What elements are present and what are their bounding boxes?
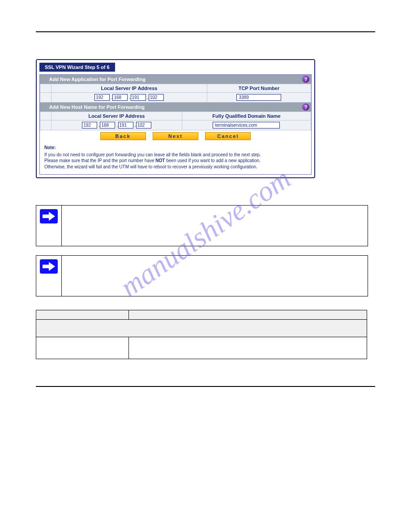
settings-cell-2 (128, 337, 367, 359)
tab-bar: SSL VPN Wizard Step 5 of 6 (37, 60, 314, 72)
ip-octet-4b[interactable] (136, 122, 151, 129)
settings-table (36, 310, 367, 359)
tcp-port-input[interactable] (236, 94, 281, 101)
section-header-app: Add New Application for Port Forwarding … (40, 75, 311, 84)
grid-stub (40, 84, 51, 93)
ip-octet-4[interactable] (149, 94, 164, 101)
wizard-note: Note: If you do not need to configure po… (40, 142, 311, 174)
grid-stub (40, 93, 51, 103)
button-row: Back Next Cancel (40, 130, 311, 142)
note-line-2a: Please make sure that the IP and the por… (44, 158, 155, 163)
ip-octet-2[interactable] (112, 94, 128, 101)
ip-octet-1[interactable] (94, 94, 110, 101)
ip-octet-3b[interactable] (118, 122, 133, 129)
wizard-screenshot: SSL VPN Wizard Step 5 of 6 Add New Appli… (36, 59, 315, 178)
callout-icon-cell (36, 256, 62, 296)
host-fqdn-cell (182, 120, 311, 130)
app-grid: Local Server IP Address TCP Port Number … (40, 84, 311, 103)
note-line-3: Otherwise, the wizard will fail and the … (44, 164, 257, 169)
col-header-ip: Local Server IP Address (51, 84, 207, 93)
settings-col-1 (36, 310, 129, 320)
grid-stub (40, 112, 51, 120)
note-header: Note: (44, 145, 307, 151)
note-line-2b: NOT (155, 158, 165, 163)
back-button[interactable]: Back (100, 132, 146, 140)
ip-octet-2b[interactable] (100, 122, 115, 129)
arrow-right-icon (40, 209, 58, 223)
drag-dots-icon (43, 105, 46, 109)
callout-body-1 (62, 206, 368, 246)
app-port-cell (207, 93, 311, 103)
help-icon[interactable]: ? (302, 103, 309, 111)
ip-octet-3[interactable] (131, 94, 146, 101)
next-button[interactable]: Next (153, 132, 198, 140)
top-rule (36, 31, 375, 32)
settings-section-row (36, 320, 367, 337)
ip-octet-1b[interactable] (82, 122, 97, 129)
col-header-fqdn: Fully Qualified Domain Name (182, 112, 311, 120)
settings-col-2 (128, 310, 367, 320)
section-header-host: Add New Host Name for Port Forwarding ? (40, 103, 311, 112)
grid-stub (40, 120, 51, 130)
note-line-1: If you do not need to configure port for… (44, 152, 261, 157)
host-grid: Local Server IP Address Fully Qualified … (40, 112, 311, 130)
col-header-ip-2: Local Server IP Address (51, 112, 182, 120)
drag-dots-icon (43, 77, 46, 81)
callout-icon-cell (36, 206, 62, 246)
host-ip-cell: . . . (51, 120, 182, 130)
callout-note-2 (36, 255, 368, 296)
callout-body-2 (62, 256, 368, 296)
section-title-host: Add New Host Name for Port Forwarding (49, 104, 145, 110)
fqdn-input[interactable] (213, 122, 280, 129)
col-header-port: TCP Port Number (207, 84, 311, 93)
section-title-app: Add New Application for Port Forwarding (49, 77, 146, 82)
callout-note-1 (36, 205, 368, 246)
note-line-2c: been used if you want to add a new appli… (165, 158, 260, 163)
arrow-right-icon (40, 259, 58, 274)
wizard-tab: SSL VPN Wizard Step 5 of 6 (39, 63, 115, 72)
app-ip-cell: . . . (51, 93, 207, 103)
bottom-rule (36, 386, 375, 387)
cancel-button[interactable]: Cancel (205, 132, 251, 140)
settings-cell-1 (36, 337, 129, 359)
help-icon[interactable]: ? (302, 76, 309, 83)
